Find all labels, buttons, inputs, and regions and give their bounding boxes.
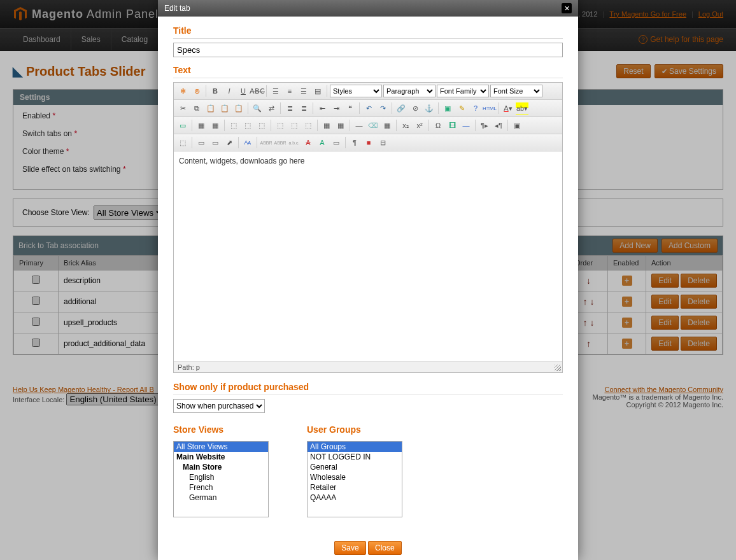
indent-icon[interactable]: ⇥ <box>330 102 343 115</box>
acronym-icon[interactable]: a.b.c. <box>288 136 301 149</box>
italic-icon[interactable]: I <box>223 85 236 97</box>
table-icon[interactable]: ▦ <box>195 119 208 132</box>
strikethrough-icon[interactable]: A̶B̶C̶ <box>251 85 264 97</box>
list-item[interactable]: NOT LOGGED IN <box>308 452 402 462</box>
help-icon[interactable]: ? <box>469 102 482 115</box>
list-item[interactable]: Retailer <box>308 482 402 493</box>
row-before-icon[interactable]: ⬚ <box>227 119 240 132</box>
advhr-icon[interactable]: — <box>460 119 472 132</box>
col-after-icon[interactable]: ⬚ <box>288 119 301 132</box>
cite-icon[interactable]: ABBR <box>260 136 272 149</box>
section-text: Text <box>173 65 563 78</box>
del-icon[interactable]: A <box>302 136 315 149</box>
superscript-icon[interactable]: x² <box>413 119 426 132</box>
editor-content[interactable]: Content, widgets, downloads go here <box>174 151 562 361</box>
row-after-icon[interactable]: ⬚ <box>241 119 254 132</box>
cut-icon[interactable]: ✂ <box>176 102 189 115</box>
editor-path: Path: p <box>174 361 562 372</box>
resize-grip-icon[interactable] <box>555 365 561 371</box>
abbr-icon[interactable]: ABBR <box>274 136 287 149</box>
list-item[interactable]: French <box>174 482 268 493</box>
remove-format-icon[interactable]: ⌫ <box>367 119 379 132</box>
layer-icon[interactable]: ▭ <box>176 119 189 132</box>
row-delete-icon[interactable]: ⬚ <box>255 119 268 132</box>
special-char-icon[interactable]: Ω <box>432 119 444 132</box>
section-purchased: Show only if product purchased <box>173 382 563 395</box>
tab-title-input[interactable] <box>173 43 563 57</box>
backcolor-icon[interactable]: ab▾ <box>516 102 528 115</box>
rtl-icon[interactable]: ◂¶ <box>492 119 505 132</box>
list-item[interactable]: German <box>174 493 268 503</box>
list-item[interactable]: All Groups <box>308 442 402 452</box>
widget-icon[interactable]: ✻ <box>176 85 189 97</box>
visualchars-icon[interactable]: ¶ <box>348 136 361 149</box>
pagebreak-icon[interactable]: ⊟ <box>376 136 389 149</box>
list-item[interactable]: QAAAA <box>308 493 402 503</box>
purchased-select[interactable]: Show when purchased <box>173 399 265 413</box>
paste-word-icon[interactable]: 📋 <box>232 102 245 115</box>
section-title: Title <box>173 25 563 39</box>
paste-icon[interactable]: 📋 <box>204 102 217 115</box>
hr-icon[interactable]: — <box>353 119 365 132</box>
close-icon[interactable]: ✕ <box>562 3 572 13</box>
paste-text-icon[interactable]: 📋 <box>218 102 231 115</box>
cleanup-icon[interactable]: ✎ <box>455 102 468 115</box>
underline-icon[interactable]: U <box>237 85 250 97</box>
toolbar-row-1: ✻ ⊚ B I U A̶B̶C̶ ☰ ≡ ☰ ▤ Styles Paragrap… <box>174 83 562 100</box>
unlink-icon[interactable]: ⊘ <box>409 102 421 115</box>
modal-save-button[interactable]: Save <box>334 541 365 555</box>
forecolor-icon[interactable]: A▾ <box>502 102 514 115</box>
merge-cells-icon[interactable]: ▦ <box>320 119 333 132</box>
number-list-icon[interactable]: ≣ <box>297 102 310 115</box>
split-cells-icon[interactable]: ▦ <box>334 119 347 132</box>
ltr-icon[interactable]: ¶▸ <box>478 119 491 132</box>
link-icon[interactable]: 🔗 <box>395 102 407 115</box>
outdent-icon[interactable]: ⇤ <box>316 102 329 115</box>
undo-icon[interactable]: ↶ <box>362 102 375 115</box>
styleprops-icon[interactable]: Aᴀ <box>241 136 254 149</box>
layer-forward-icon[interactable]: ▭ <box>195 136 208 149</box>
modal-close-button[interactable]: Close <box>368 541 402 555</box>
layer-abs-icon[interactable]: ⬈ <box>223 136 236 149</box>
subscript-icon[interactable]: x₂ <box>399 119 412 132</box>
replace-icon[interactable]: ⇄ <box>265 102 278 115</box>
modal-head: Edit tab ✕ <box>158 0 578 17</box>
bullet-list-icon[interactable]: ≣ <box>283 102 296 115</box>
font-size-select[interactable]: Font Size <box>490 85 542 97</box>
image-icon[interactable]: ▣ <box>441 102 454 115</box>
attribs-icon[interactable]: ▭ <box>330 136 343 149</box>
nonbreaking-icon[interactable]: ■ <box>362 136 375 149</box>
user-groups-listbox[interactable]: All GroupsNOT LOGGED INGeneralWholesaleR… <box>307 441 402 517</box>
col-before-icon[interactable]: ⬚ <box>274 119 287 132</box>
list-item[interactable]: General <box>308 462 402 472</box>
align-justify-icon[interactable]: ▤ <box>311 85 324 97</box>
fullscreen-icon[interactable]: ▣ <box>511 119 523 132</box>
col-delete-icon[interactable]: ⬚ <box>302 119 315 132</box>
media-icon[interactable]: 🎞 <box>446 119 458 132</box>
align-left-icon[interactable]: ☰ <box>269 85 282 97</box>
list-item[interactable]: Wholesale <box>308 472 402 482</box>
list-item[interactable]: Main Store <box>174 462 268 472</box>
html-source-icon[interactable]: HTML <box>483 102 496 115</box>
font-family-select[interactable]: Font Family <box>437 85 489 97</box>
list-item[interactable]: English <box>174 472 268 482</box>
table-props-icon[interactable]: ▦ <box>209 119 222 132</box>
align-center-icon[interactable]: ≡ <box>283 85 296 97</box>
styles-select[interactable]: Styles <box>330 85 382 97</box>
bold-icon[interactable]: B <box>209 85 222 97</box>
list-item[interactable]: All Store Views <box>174 442 268 452</box>
format-select[interactable]: Paragraph <box>383 85 435 97</box>
visual-aid-icon[interactable]: ▦ <box>381 119 393 132</box>
copy-icon[interactable]: ⧉ <box>190 102 203 115</box>
store-views-listbox[interactable]: All Store ViewsMain WebsiteMain StoreEng… <box>173 441 269 517</box>
blockquote-icon[interactable]: ❝ <box>344 102 357 115</box>
select-all-icon[interactable]: ⬚ <box>176 136 189 149</box>
align-right-icon[interactable]: ☰ <box>297 85 310 97</box>
list-item[interactable]: Main Website <box>174 452 268 462</box>
layer-backward-icon[interactable]: ▭ <box>209 136 222 149</box>
redo-icon[interactable]: ↷ <box>376 102 389 115</box>
find-icon[interactable]: 🔍 <box>251 102 264 115</box>
variable-icon[interactable]: ⊚ <box>190 85 203 97</box>
anchor-icon[interactable]: ⚓ <box>423 102 435 115</box>
ins-icon[interactable]: A <box>316 136 329 149</box>
